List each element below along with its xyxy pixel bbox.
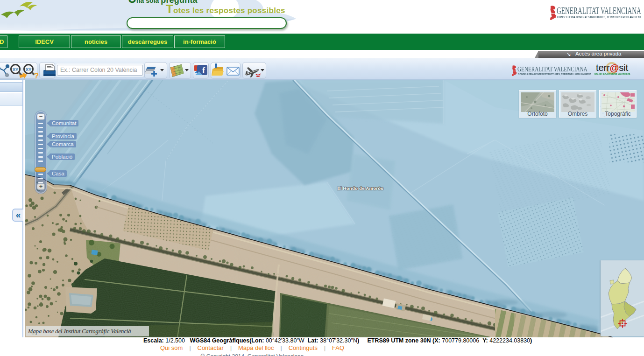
svg-text:?: ?	[34, 71, 39, 79]
svg-text:XY: XY	[26, 67, 32, 72]
svg-text:XY: XY	[13, 67, 19, 72]
svg-text:f: f	[202, 66, 205, 75]
